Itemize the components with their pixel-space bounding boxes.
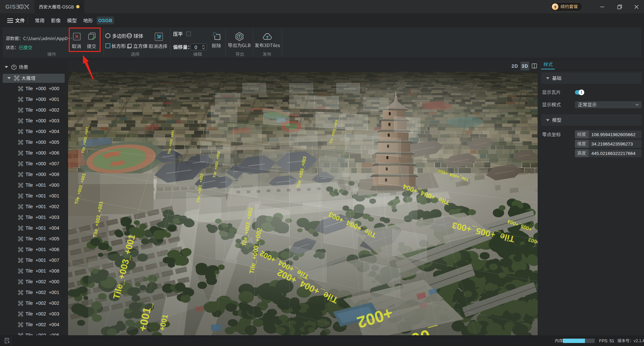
svg-text:GIS: GIS (5, 4, 16, 10)
